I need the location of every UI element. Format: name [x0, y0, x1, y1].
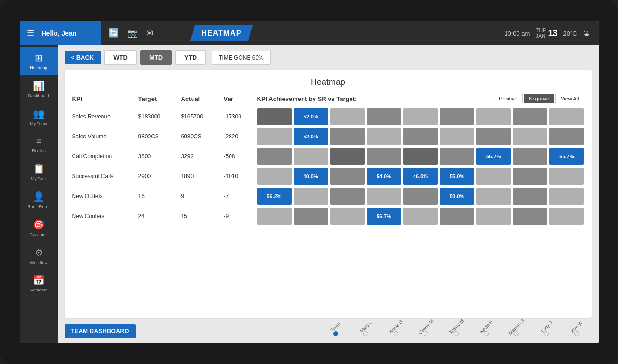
sync-icon[interactable]: 🔄: [108, 28, 119, 38]
page-title: HEATMAP: [202, 29, 242, 37]
heatmap-panel: Heatmap KPI Target Actual Var KPI Achiev…: [65, 70, 592, 318]
grid-cell-5-0[interactable]: [257, 208, 292, 225]
col-label-5[interactable]: Kevin F: [471, 324, 501, 336]
grid-cell-2-0[interactable]: [257, 148, 292, 165]
grid-cell-4-6[interactable]: [476, 188, 511, 205]
sidebar-item-coaching[interactable]: 🎯 Coaching: [20, 214, 58, 242]
col-indicator-3[interactable]: [424, 331, 428, 336]
grid-cell-1-6[interactable]: [476, 128, 511, 145]
grid-cell-4-8[interactable]: [549, 188, 584, 205]
column-labels: Team Mary L Annie S Casey M Jimmy M Kevi…: [321, 324, 592, 336]
temp-display: 20°C: [563, 30, 577, 37]
grid-cell-0-1[interactable]: 52.0%: [294, 108, 328, 125]
grid-cell-2-8[interactable]: 56.7%: [549, 148, 584, 165]
sidebar-item-workflow[interactable]: ⚙ Workflow: [20, 242, 58, 270]
grid-cell-5-1[interactable]: [294, 208, 328, 225]
mail-icon[interactable]: ✉: [146, 28, 153, 38]
negative-button[interactable]: Negative: [524, 94, 554, 103]
hamburger-icon[interactable]: ☰: [27, 28, 34, 38]
col-label-6[interactable]: Marcus S: [501, 324, 532, 336]
grid-cell-1-5[interactable]: [440, 128, 474, 145]
grid-cell-1-8[interactable]: [549, 128, 584, 145]
positive-button[interactable]: Positive: [494, 94, 523, 103]
grid-cell-3-2[interactable]: [330, 168, 365, 185]
col-indicator-0[interactable]: [333, 331, 338, 336]
grid-cell-3-1[interactable]: 40.0%: [294, 168, 328, 185]
wtd-button[interactable]: WTD: [104, 50, 137, 65]
col-label-0[interactable]: Team: [321, 324, 351, 336]
grid-cell-2-2[interactable]: [330, 148, 365, 165]
sidebar-item-my-team[interactable]: 👥 My Team: [20, 103, 58, 131]
heatmap-icon: ⊞: [35, 52, 43, 64]
camera-icon[interactable]: 📷: [127, 28, 138, 38]
grid-cell-0-2[interactable]: [330, 108, 365, 125]
cell-grid-1: 52.0%: [257, 128, 584, 145]
grid-cell-1-0[interactable]: [257, 128, 292, 145]
grid-cell-1-7[interactable]: [513, 128, 547, 145]
grid-cell-5-6[interactable]: [476, 208, 511, 225]
grid-cell-2-1[interactable]: [294, 148, 328, 165]
grid-cell-3-4[interactable]: 46.0%: [403, 168, 438, 185]
grid-cell-0-8[interactable]: [549, 108, 584, 125]
grid-cell-0-7[interactable]: [513, 108, 547, 125]
col-label-7[interactable]: Lucy J: [531, 324, 562, 336]
grid-cell-5-3[interactable]: 56.7%: [367, 208, 401, 225]
grid-cell-3-8[interactable]: [549, 168, 584, 185]
grid-cell-4-2[interactable]: [330, 188, 365, 205]
grid-cell-5-5[interactable]: [440, 208, 474, 225]
grid-cell-4-3[interactable]: [367, 188, 401, 205]
grid-cell-5-2[interactable]: [330, 208, 365, 225]
grid-cell-5-8[interactable]: [549, 208, 584, 225]
sidebar-label-dashboard: Dashboard: [28, 93, 49, 99]
sidebar-item-routes[interactable]: ≡ Routes: [20, 131, 58, 158]
grid-cell-3-3[interactable]: 54.0%: [367, 168, 401, 185]
sidebar-item-forecast[interactable]: 📅 Forecast: [20, 270, 58, 298]
grid-cell-2-3[interactable]: [367, 148, 401, 165]
grid-cell-3-5[interactable]: 55.0%: [440, 168, 474, 185]
col-label-3[interactable]: Casey M: [411, 324, 441, 336]
grid-cell-1-3[interactable]: [367, 128, 401, 145]
grid-cell-0-5[interactable]: [440, 108, 474, 125]
grid-cell-5-7[interactable]: [513, 208, 547, 225]
grid-cell-1-1[interactable]: 52.0%: [294, 128, 328, 145]
grid-cell-2-7[interactable]: [513, 148, 547, 165]
grid-cell-1-4[interactable]: [403, 128, 438, 145]
greeting-text: Hello, Jean: [42, 29, 77, 37]
grid-cell-4-0[interactable]: 56.2%: [257, 188, 292, 205]
main-layout: ⊞ Heatmap 📊 Dashboard 👥 My Team ≡ Routes…: [20, 46, 599, 343]
grid-cell-2-5[interactable]: [440, 148, 474, 165]
sidebar-item-dashboard[interactable]: 📊 Dashboard: [20, 75, 58, 103]
time-gone-button[interactable]: TIME GONE 60%: [212, 51, 271, 65]
grid-cell-0-0[interactable]: [257, 108, 292, 125]
col-label-1[interactable]: Mary L: [351, 324, 381, 336]
col-label-4[interactable]: Jimmy M: [441, 324, 471, 336]
grid-cell-3-6[interactable]: [476, 168, 511, 185]
sidebar-label-coaching: Coaching: [29, 232, 47, 237]
grid-cell-1-2[interactable]: [330, 128, 365, 145]
date-month: JAN: [535, 33, 546, 39]
col-label-8[interactable]: Zoe W: [562, 324, 592, 336]
cell-kpi-5: New Coolers: [72, 213, 138, 219]
grid-cell-4-4[interactable]: [403, 188, 438, 205]
grid-cell-0-6[interactable]: [476, 108, 511, 125]
mtd-button[interactable]: MTD: [140, 50, 172, 65]
team-dashboard-button[interactable]: TEAM DASHBOARD: [65, 324, 136, 338]
sidebar-item-my-task[interactable]: 📋 My Task: [20, 158, 58, 186]
grid-cell-4-7[interactable]: [513, 188, 547, 205]
col-label-2[interactable]: Annie S: [381, 324, 411, 336]
grid-cell-2-6[interactable]: 56.7%: [476, 148, 511, 165]
sidebar-item-route-relief[interactable]: 👤 RouteRelief: [20, 186, 58, 214]
grid-cell-4-5[interactable]: 50.0%: [440, 188, 474, 205]
grid-cell-3-7[interactable]: [513, 168, 547, 185]
sidebar-item-heatmap[interactable]: ⊞ Heatmap: [20, 47, 58, 75]
grid-cell-0-3[interactable]: [367, 108, 401, 125]
grid-cell-2-4[interactable]: [403, 148, 438, 165]
grid-cell-4-1[interactable]: [294, 188, 328, 205]
grid-cell-0-4[interactable]: [403, 108, 438, 125]
view-all-button[interactable]: View All: [555, 94, 584, 103]
grid-cell-5-4[interactable]: [403, 208, 438, 225]
back-button[interactable]: < BACK: [65, 51, 101, 64]
ytd-button[interactable]: YTD: [175, 50, 206, 65]
cell-grid-0: 52.0%: [257, 108, 584, 125]
grid-cell-3-0[interactable]: [257, 168, 292, 185]
